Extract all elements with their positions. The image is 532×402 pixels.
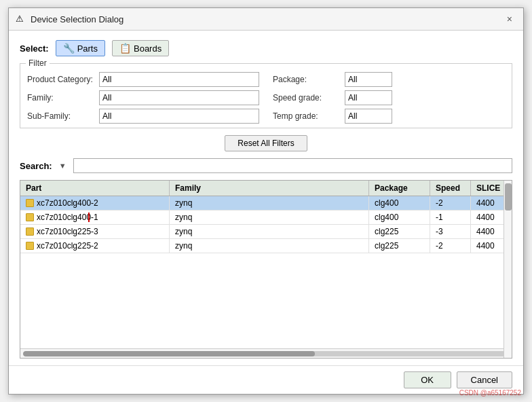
- part-name: xc7z010clg225-2: [37, 241, 98, 251]
- vertical-scrollbar[interactable]: [504, 181, 512, 358]
- filter-temp-row: Temp grade:: [273, 109, 505, 124]
- parts-icon: 🔧: [63, 43, 75, 54]
- select-row: Select: 🔧 Parts 📋 Boards: [20, 40, 512, 56]
- cell-part: xc7z010clg400-1: [20, 211, 170, 224]
- part-name: xc7z010clg225-3: [37, 227, 98, 236]
- temp-input[interactable]: [345, 109, 392, 124]
- h-scrollbar-track[interactable]: [23, 351, 509, 357]
- cell-package: clg400: [369, 211, 430, 224]
- tab-boards[interactable]: 📋 Boards: [112, 40, 169, 56]
- family-input[interactable]: [99, 90, 259, 105]
- h-scrollbar-thumb[interactable]: [23, 351, 315, 357]
- part-icon: [26, 227, 34, 236]
- col-part: Part: [20, 181, 170, 196]
- device-selection-dialog: ⚠ Device Selection Dialog × Select: 🔧 Pa…: [8, 7, 524, 395]
- cell-package: clg225: [369, 239, 430, 253]
- filter-legend: Filter: [26, 58, 50, 68]
- subfamily-label: Sub-Family:: [27, 111, 95, 121]
- dialog-footer: CSDN @a65167252 OK Cancel: [9, 365, 523, 394]
- temp-label: Temp grade:: [273, 111, 341, 121]
- part-name: xc7z010clg400-2: [37, 198, 98, 208]
- table-row[interactable]: xc7z010clg400-2zynqclg400-24400: [20, 196, 512, 211]
- reset-row: Reset All Filters: [20, 135, 512, 151]
- speed-input[interactable]: [345, 90, 392, 105]
- watermark: CSDN @a65167252: [459, 389, 521, 397]
- horizontal-scrollbar[interactable]: [20, 348, 512, 358]
- cell-family: zynq: [170, 239, 369, 253]
- table-body: xc7z010clg400-2zynqclg400-24400xc7z010cl…: [20, 196, 512, 348]
- select-label: Select:: [20, 43, 49, 54]
- cell-family: zynq: [170, 211, 369, 224]
- table-header: Part Family Package Speed SLICE: [20, 181, 512, 196]
- filter-grid: Product Category: Family: Sub-Family:: [27, 72, 505, 124]
- col-package: Package: [369, 181, 430, 196]
- cell-speed: -3: [430, 225, 471, 238]
- cell-part: xc7z010clg225-2: [20, 239, 170, 253]
- subfamily-input[interactable]: [99, 109, 259, 124]
- filter-right-col: Package: Speed grade: Temp grade:: [273, 72, 505, 124]
- package-label: Package:: [273, 75, 341, 84]
- title-bar-left: ⚠ Device Selection Dialog: [16, 14, 124, 24]
- cancel-button[interactable]: Cancel: [457, 371, 512, 388]
- cell-part: xc7z010clg400-2: [20, 196, 170, 210]
- dialog-body: Select: 🔧 Parts 📋 Boards Filter Product …: [9, 31, 523, 365]
- tab-parts[interactable]: 🔧 Parts: [56, 40, 105, 56]
- cell-speed: -2: [430, 239, 471, 253]
- filter-group: Filter Product Category: Family: Sub-Fam…: [20, 63, 512, 128]
- table-container: Part Family Package Speed SLICE xc7z010c…: [20, 180, 512, 359]
- col-speed: Speed: [430, 181, 471, 196]
- ok-button[interactable]: OK: [404, 371, 451, 388]
- search-label: Search:: [20, 161, 52, 171]
- filter-package-row: Package:: [273, 72, 505, 87]
- table-row[interactable]: xc7z010clg225-3zynqclg225-34400: [20, 225, 512, 239]
- search-dropdown-button[interactable]: ▼: [56, 160, 69, 171]
- dialog-title: Device Selection Dialog: [31, 14, 124, 24]
- tab-boards-label: Boards: [134, 43, 162, 54]
- table-row[interactable]: xc7z010clg400-1zynqclg400-14400: [20, 211, 512, 225]
- filter-subfamily-row: Sub-Family:: [27, 109, 259, 124]
- family-label: Family:: [27, 93, 95, 103]
- dialog-icon: ⚠: [16, 14, 26, 24]
- search-row: Search: ▼: [20, 158, 512, 173]
- cell-package: clg400: [369, 196, 430, 210]
- cell-family: zynq: [170, 196, 369, 210]
- title-bar: ⚠ Device Selection Dialog ×: [9, 8, 523, 31]
- v-scrollbar-thumb[interactable]: [505, 183, 512, 211]
- cell-speed: -1: [430, 211, 471, 224]
- part-icon: [26, 213, 34, 221]
- product-category-input[interactable]: [99, 72, 259, 87]
- part-icon: [26, 199, 34, 207]
- filter-left-col: Product Category: Family: Sub-Family:: [27, 72, 259, 124]
- speed-label: Speed grade:: [273, 93, 341, 103]
- text-cursor: [88, 213, 90, 222]
- cell-part: xc7z010clg225-3: [20, 225, 170, 238]
- part-icon: [26, 242, 34, 250]
- package-input[interactable]: [345, 72, 392, 87]
- filter-speed-row: Speed grade:: [273, 90, 505, 105]
- col-family: Family: [170, 181, 369, 196]
- close-button[interactable]: ×: [503, 12, 516, 26]
- tab-parts-label: Parts: [77, 43, 98, 54]
- search-input[interactable]: [73, 158, 512, 173]
- reset-filters-button[interactable]: Reset All Filters: [225, 135, 307, 151]
- table-row[interactable]: xc7z010clg225-2zynqclg225-24400: [20, 239, 512, 253]
- cell-speed: -2: [430, 196, 471, 210]
- filter-family-row: Family:: [27, 90, 259, 105]
- product-category-label: Product Category:: [27, 75, 95, 84]
- filter-product-category-row: Product Category:: [27, 72, 259, 87]
- cell-package: clg225: [369, 225, 430, 238]
- cell-family: zynq: [170, 225, 369, 238]
- boards-icon: 📋: [119, 43, 131, 54]
